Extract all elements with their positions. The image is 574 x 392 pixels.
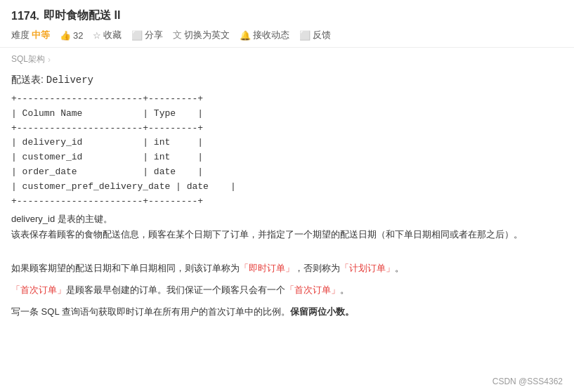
delivery-table-label: 配送表: Delivery [11, 74, 563, 86]
share-item[interactable]: ⬜ 分享 [131, 29, 163, 41]
description-line: delivery_id 是表的主键。 [11, 211, 563, 227]
problem-block: 如果顾客期望的配送日期和下单日期相同，则该订单称为「即时订单」，否则称为「计划订… [11, 260, 563, 320]
like-icon: 👍 [60, 30, 71, 41]
notification-item[interactable]: 🔔 接收动态 [240, 29, 289, 41]
like-item[interactable]: 👍 32 [60, 30, 83, 41]
feedback-icon: ⬜ [299, 30, 311, 41]
page-wrapper: 1174. 即时食物配送 II 难度 中等 👍 32 ☆ 收藏 ⬜ 分享 文 切 [0, 0, 574, 392]
like-count: 32 [73, 30, 83, 41]
spacer [11, 247, 563, 260]
feedback-label: 反馈 [313, 29, 331, 41]
bell-icon: 🔔 [240, 30, 251, 41]
toolbar-row: 难度 中等 👍 32 ☆ 收藏 ⬜ 分享 文 切换为英文 🔔 接收动态 [11, 29, 563, 41]
delivery-table-name: Delivery [46, 74, 93, 86]
title-row: 1174. 即时食物配送 II [11, 8, 563, 23]
switch-item[interactable]: 文 切换为英文 [173, 29, 230, 41]
share-icon: ⬜ [131, 30, 143, 41]
description-block: delivery_id 是表的主键。该表保存着顾客的食物配送信息，顾客在某个日期… [11, 211, 563, 242]
problem-p2: 「首次订单」是顾客最早创建的订单。我们保证一个顾客只会有一个「首次订单」。 [11, 282, 563, 298]
description-line: 该表保存着顾客的食物配送信息，顾客在某个日期下了订单，并指定了一个期望的配送日期… [11, 227, 563, 242]
difficulty-value[interactable]: 中等 [32, 29, 50, 41]
collect-item[interactable]: ☆ 收藏 [93, 29, 122, 41]
footnote: CSDN @SSS4362 [493, 377, 563, 386]
feedback-item[interactable]: ⬜ 反馈 [299, 29, 331, 41]
share-label: 分享 [145, 29, 163, 41]
header: 1174. 即时食物配送 II 难度 中等 👍 32 ☆ 收藏 ⬜ 分享 文 切 [0, 0, 574, 48]
difficulty-label: 难度 [11, 29, 30, 41]
title-number: 1174. [11, 10, 39, 22]
switch-label: 切换为英文 [184, 29, 230, 41]
breadcrumb-separator: › [48, 55, 51, 65]
notification-label: 接收动态 [253, 29, 289, 41]
collect-label: 收藏 [103, 29, 122, 41]
breadcrumb-sql[interactable]: SQL架构 [11, 53, 45, 65]
title-text: 即时食物配送 II [44, 8, 120, 23]
switch-icon: 文 [173, 29, 182, 41]
problem-p1: 如果顾客期望的配送日期和下单日期相同，则该订单称为「即时订单」，否则称为「计划订… [11, 260, 563, 276]
content: 配送表: Delivery +-----------------------+-… [0, 68, 574, 337]
sql-block: +-----------------------+---------+ | Co… [11, 92, 563, 209]
difficulty-item: 难度 中等 [11, 29, 50, 41]
problem-p3: 写一条 SQL 查询语句获取即时订单在所有用户的首次订单中的比例。保留两位小数。 [11, 303, 563, 320]
star-icon: ☆ [93, 30, 101, 41]
breadcrumb: SQL架构 › [0, 48, 574, 68]
